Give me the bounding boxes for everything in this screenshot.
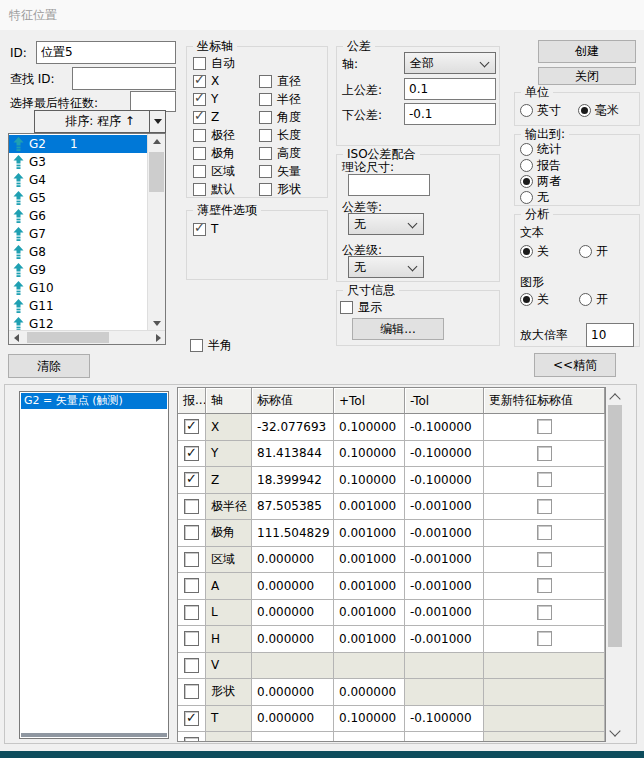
scroll-down-button[interactable]: [148, 316, 165, 331]
analysis-graphics-off-row[interactable]: 关: [520, 292, 549, 306]
analysis-text-on-radio[interactable]: [579, 245, 592, 258]
axis-半径-checkbox[interactable]: [259, 93, 272, 106]
plus-tol-cell[interactable]: 0.100000: [334, 414, 405, 441]
minus-tol-cell[interactable]: -0.001000: [405, 494, 484, 521]
report-cell[interactable]: [178, 441, 206, 468]
half-angle-row[interactable]: 半角: [190, 339, 232, 352]
report-cell[interactable]: [178, 706, 206, 733]
feature-list-item-G7[interactable]: G7: [9, 225, 148, 243]
plus-tol-cell[interactable]: 0.100000: [334, 706, 405, 733]
sort-order-button[interactable]: 排序: 程序 ↑: [34, 110, 166, 133]
report-cell[interactable]: [178, 520, 206, 547]
report-cell[interactable]: [178, 573, 206, 600]
output-统计-radio[interactable]: [520, 143, 533, 156]
tolerance-axis-combobox[interactable]: 全部: [404, 52, 496, 74]
hscroll-thumb[interactable]: [27, 332, 109, 343]
axis-极径-checkbox[interactable]: [193, 129, 206, 142]
axis-自动-row[interactable]: 自动: [193, 57, 235, 70]
scroll-up-button[interactable]: [148, 134, 165, 149]
collapse-button[interactable]: <<精简: [534, 353, 616, 377]
show-checkbox[interactable]: [340, 301, 353, 314]
axis-区域-row[interactable]: 区域: [193, 165, 235, 178]
half-angle-checkbox[interactable]: [190, 339, 203, 352]
axis-Z-row[interactable]: Z: [193, 111, 235, 124]
plus-tol-cell[interactable]: 0.001000: [334, 573, 405, 600]
update-nominal-cell[interactable]: [484, 573, 605, 600]
output-无-radio[interactable]: [520, 191, 533, 204]
report-checkbox[interactable]: [184, 419, 199, 434]
close-button[interactable]: 关闭: [538, 67, 636, 85]
tolerance-class-combobox[interactable]: 无: [348, 256, 424, 278]
axis-默认-row[interactable]: 默认: [193, 183, 235, 196]
report-checkbox[interactable]: [184, 472, 199, 487]
report-checkbox[interactable]: [184, 658, 199, 673]
thinwall-T-row[interactable]: T: [193, 223, 218, 236]
update-nominal-cell[interactable]: [484, 494, 605, 521]
table-vscrollbar[interactable]: [607, 388, 623, 741]
plus-tol-cell[interactable]: 0.001000: [334, 626, 405, 653]
plus-tol-cell[interactable]: 0.001000: [334, 494, 405, 521]
report-cell[interactable]: [178, 653, 206, 680]
plus-tol-cell[interactable]: 0.001000: [334, 600, 405, 627]
scroll-right-button[interactable]: [151, 331, 165, 344]
feature-list-item-G5[interactable]: G5: [9, 189, 148, 207]
plus-tol-cell[interactable]: 0.001000: [334, 520, 405, 547]
report-checkbox[interactable]: [184, 552, 199, 567]
plus-tol-cell[interactable]: 0.100000: [334, 441, 405, 468]
update-nominal-checkbox[interactable]: [537, 472, 552, 487]
update-nominal-checkbox[interactable]: [537, 419, 552, 434]
update-nominal-cell[interactable]: [484, 441, 605, 468]
update-nominal-checkbox[interactable]: [537, 446, 552, 461]
feature-list-hscrollbar[interactable]: [9, 330, 165, 344]
report-checkbox[interactable]: [184, 711, 199, 726]
nominal-cell[interactable]: 0.000000: [252, 547, 334, 574]
report-checkbox[interactable]: [184, 605, 199, 620]
show-dimension-row[interactable]: 显示: [340, 301, 382, 314]
feature-list-item-G3[interactable]: G3: [9, 153, 148, 171]
update-nominal-cell[interactable]: [484, 626, 605, 653]
sort-dropdown-button[interactable]: [149, 111, 165, 132]
axis-形状-checkbox[interactable]: [259, 183, 272, 196]
table-scroll-down-button[interactable]: [607, 724, 623, 741]
plus-tol-cell[interactable]: 0.100000: [334, 467, 405, 494]
axis-自动-checkbox[interactable]: [193, 57, 206, 70]
report-checkbox[interactable]: [184, 578, 199, 593]
minus-tol-cell[interactable]: -0.100000: [405, 706, 484, 733]
axis-Z-checkbox[interactable]: [193, 111, 206, 124]
nominal-cell[interactable]: 0.000000: [252, 573, 334, 600]
output-报告-radio[interactable]: [520, 159, 533, 172]
scroll-left-button[interactable]: [9, 331, 23, 344]
axis-长度-row[interactable]: 长度: [259, 129, 301, 142]
upper-tolerance-input[interactable]: [404, 78, 496, 100]
axis-长度-checkbox[interactable]: [259, 129, 272, 142]
update-nominal-checkbox[interactable]: [537, 631, 552, 646]
feature-list-item-G9[interactable]: G9: [9, 261, 148, 279]
plus-tol-cell[interactable]: 0.001000: [334, 547, 405, 574]
lower-tolerance-input[interactable]: [404, 103, 496, 125]
update-nominal-checkbox[interactable]: [537, 552, 552, 567]
report-checkbox[interactable]: [184, 525, 199, 540]
feature-list-item-G8[interactable]: G8: [9, 243, 148, 261]
feature-list-item-G6[interactable]: G6: [9, 207, 148, 225]
clear-button[interactable]: 清除: [8, 354, 90, 378]
report-checkbox[interactable]: [184, 684, 199, 699]
report-cell[interactable]: [178, 679, 206, 706]
vscroll-thumb[interactable]: [149, 152, 164, 192]
output-统计-row[interactable]: 统计: [520, 142, 561, 156]
update-nominal-checkbox[interactable]: [537, 605, 552, 620]
minus-tol-cell[interactable]: -0.100000: [405, 467, 484, 494]
report-checkbox[interactable]: [184, 446, 199, 461]
report-checkbox[interactable]: [184, 499, 199, 514]
analysis-text-off-row[interactable]: 关: [520, 244, 549, 258]
update-nominal-checkbox[interactable]: [537, 525, 552, 540]
output-报告-row[interactable]: 报告: [520, 158, 561, 172]
axis-矢量-checkbox[interactable]: [259, 165, 272, 178]
axis-Y-checkbox[interactable]: [193, 93, 206, 106]
output-无-row[interactable]: 无: [520, 190, 561, 204]
theoretical-size-input[interactable]: [348, 174, 430, 196]
update-nominal-cell[interactable]: [484, 520, 605, 547]
axis-X-checkbox[interactable]: [193, 75, 206, 88]
nominal-cell[interactable]: 0.000000: [252, 706, 334, 733]
minus-tol-cell[interactable]: -0.001000: [405, 600, 484, 627]
nominal-cell[interactable]: 0.000000: [252, 679, 334, 706]
